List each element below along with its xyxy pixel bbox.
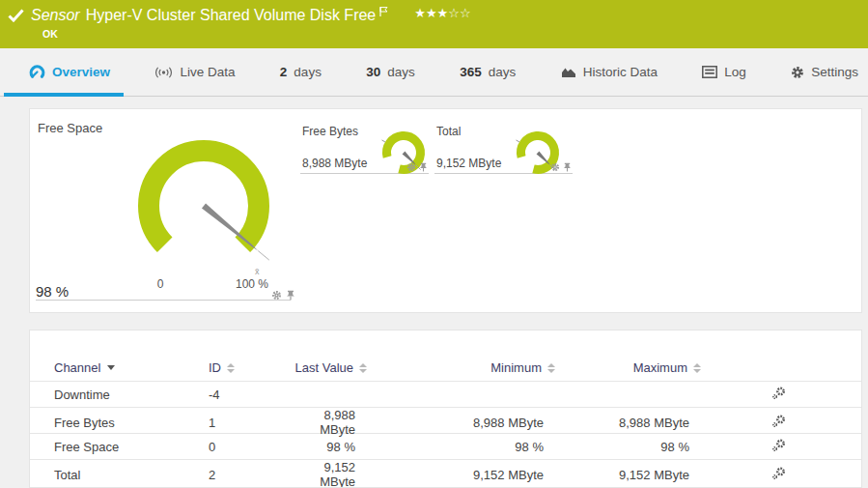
- gauge-icon: [29, 65, 45, 79]
- gear-icon[interactable]: [550, 162, 560, 172]
- maximum-value: 8,988 MByte: [555, 416, 701, 430]
- gear-icon[interactable]: [271, 290, 282, 301]
- mini-gauge-title: Total: [436, 125, 461, 138]
- column-header-channel[interactable]: Channel: [54, 360, 209, 375]
- channel-id: 2: [209, 468, 293, 482]
- status-badge: OK: [42, 28, 58, 40]
- last-value: 8,988 MByte: [293, 408, 367, 437]
- free-bytes-value: 8,988 MByte: [302, 157, 367, 170]
- tab-label: Settings: [811, 65, 858, 79]
- stars-empty[interactable]: ☆☆: [448, 6, 470, 20]
- tab-30-days[interactable]: 30 days: [366, 48, 415, 97]
- table-row-free-space: Free Space 0 98 % 98 % 98 %: [30, 433, 861, 459]
- chart-icon: [561, 66, 576, 78]
- last-value: 98 %: [293, 440, 367, 454]
- log-icon: [702, 66, 717, 78]
- mini-gauge-free-bytes: Free Bytes 8,988 MByte: [300, 121, 429, 174]
- tab-number: 30: [366, 65, 380, 79]
- tab-label: days: [489, 65, 517, 79]
- gear-icon[interactable]: [406, 162, 416, 172]
- tab-2-days[interactable]: 2 days: [280, 48, 322, 97]
- tab-overview[interactable]: Overview: [29, 48, 110, 97]
- tab-label: Live Data: [180, 65, 235, 79]
- pin-icon[interactable]: [419, 162, 428, 172]
- total-value: 9,152 MByte: [436, 157, 501, 170]
- tab-number: 2: [280, 65, 288, 79]
- sensor-status-header: Sensor Hyper-V Cluster Shared Volume Dis…: [0, 0, 868, 48]
- channel-table: Channel ID Last Value Minimum Maximum: [30, 330, 861, 485]
- pin-icon[interactable]: [563, 162, 572, 172]
- channel-settings-icon[interactable]: [771, 415, 786, 428]
- mini-gauge-tools: [550, 162, 572, 172]
- gauge-average-marker: x̄: [255, 267, 260, 276]
- free-space-gauge: [102, 133, 305, 278]
- channel-id: 1: [209, 416, 293, 430]
- channel-name[interactable]: Free Bytes: [54, 416, 209, 430]
- column-label: Maximum: [633, 360, 687, 375]
- minimum-value: 8,988 MByte: [367, 416, 555, 430]
- table-header-row: Channel ID Last Value Minimum Maximum: [30, 355, 861, 381]
- main-gauge-tools: [271, 290, 295, 301]
- tab-label: days: [294, 65, 322, 79]
- tab-365-days[interactable]: 365 days: [460, 48, 516, 97]
- free-space-value: 98 %: [36, 283, 69, 300]
- table-row-total: Total 2 9,152 MByte 9,152 MByte 9,152 MB…: [30, 459, 861, 485]
- table-row-free-bytes: Free Bytes 1 8,988 MByte 8,988 MByte 8,9…: [30, 407, 861, 433]
- minimum-value: 98 %: [367, 440, 555, 454]
- sensor-title: Hyper-V Cluster Shared Volume Disk Free: [86, 6, 377, 25]
- column-header-id[interactable]: ID: [209, 360, 293, 375]
- column-header-last-value[interactable]: Last Value: [293, 360, 367, 375]
- maximum-value: 98 %: [555, 440, 701, 454]
- channel-settings-icon[interactable]: [771, 467, 786, 480]
- channel-settings-icon[interactable]: [771, 387, 786, 400]
- gauge-arc: [149, 151, 259, 244]
- channel-id: -4: [209, 388, 293, 402]
- tab-live-data[interactable]: Live Data: [154, 48, 235, 97]
- channel-id: 0: [209, 440, 293, 454]
- column-header-minimum[interactable]: Minimum: [367, 360, 555, 375]
- channel-name[interactable]: Free Space: [54, 440, 209, 454]
- sort-icon[interactable]: [359, 363, 367, 373]
- last-value: 9,152 MByte: [293, 460, 367, 488]
- channel-settings-icon[interactable]: [771, 439, 786, 452]
- gear-icon: [791, 66, 804, 79]
- sensor-tab-bar: Overview Live Data 2 days 30 days 365 da…: [0, 48, 868, 97]
- tab-label: Overview: [52, 65, 110, 79]
- gauge-scale-min: 0: [146, 277, 175, 291]
- tab-number: 365: [460, 65, 482, 79]
- tab-label: Log: [724, 65, 746, 79]
- status-ok-check-icon: [8, 9, 24, 22]
- maximum-value: 9,152 MByte: [555, 468, 701, 482]
- object-type-label: Sensor: [31, 6, 80, 25]
- tab-label: days: [387, 65, 415, 79]
- mini-gauge-title: Free Bytes: [302, 125, 358, 138]
- main-gauge-title: Free Space: [38, 121, 102, 135]
- channel-name[interactable]: Total: [54, 468, 209, 482]
- channel-name[interactable]: Downtime: [54, 388, 209, 402]
- gauge-scale-max: 100 %: [229, 277, 275, 291]
- column-header-maximum[interactable]: Maximum: [555, 360, 701, 375]
- tab-label: Historic Data: [583, 65, 658, 79]
- priority-flag-icon[interactable]: [378, 6, 389, 17]
- overview-gauges-panel: Free Space 0 100 % x̄ 98 % Free Bytes: [29, 108, 862, 313]
- tab-historic-data[interactable]: Historic Data: [561, 48, 658, 97]
- tab-settings[interactable]: Settings: [791, 48, 858, 97]
- channel-table-panel: Channel ID Last Value Minimum Maximum: [29, 330, 862, 488]
- sort-icon[interactable]: [693, 363, 701, 373]
- column-label: Last Value: [295, 360, 353, 375]
- column-label: Minimum: [490, 360, 542, 375]
- minimum-value: 9,152 MByte: [367, 468, 555, 482]
- column-label: Channel: [54, 360, 100, 375]
- stars-filled[interactable]: ★★★: [414, 6, 448, 20]
- table-row-downtime: Downtime -4: [30, 381, 861, 407]
- sort-icon[interactable]: [227, 363, 235, 373]
- gauge-divider: [36, 300, 291, 301]
- priority-stars[interactable]: ★★★☆☆: [414, 6, 470, 21]
- pin-icon[interactable]: [286, 290, 295, 301]
- sort-desc-icon[interactable]: [107, 365, 115, 370]
- sort-icon[interactable]: [547, 363, 555, 373]
- column-label: ID: [209, 360, 221, 375]
- tab-log[interactable]: Log: [702, 48, 746, 97]
- mini-gauge-total: Total 9,152 MByte: [434, 121, 573, 174]
- live-icon: [154, 66, 173, 79]
